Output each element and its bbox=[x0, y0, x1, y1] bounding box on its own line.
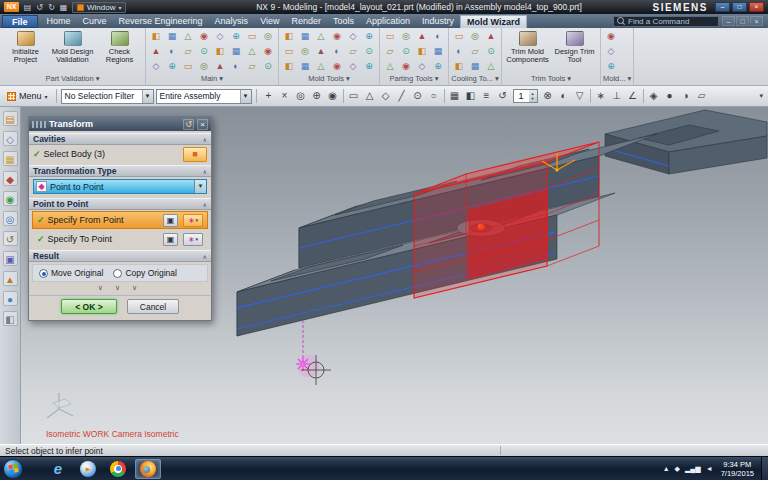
doc-restore-icon[interactable]: □ bbox=[736, 16, 749, 26]
ribbon-icon[interactable]: ◧ bbox=[451, 59, 467, 73]
stepper-arrows[interactable]: ▲ ▼ bbox=[529, 90, 537, 102]
ribbon-icon[interactable]: ◧ bbox=[148, 29, 164, 43]
ribbon-icon[interactable]: ◎ bbox=[196, 59, 212, 73]
point-dialog-button[interactable]: ▣ bbox=[163, 233, 178, 246]
toolbar-icon[interactable]: ⊙ bbox=[410, 88, 426, 104]
menu-file-button[interactable]: File bbox=[2, 15, 38, 28]
volume-icon[interactable]: ◄ bbox=[706, 464, 713, 474]
ribbon-icon[interactable]: ◐ bbox=[164, 44, 180, 58]
network-icon[interactable]: ▂▄▆ bbox=[685, 464, 701, 474]
minimize-icon[interactable]: – bbox=[715, 2, 730, 12]
ribbon-icon[interactable]: ▭ bbox=[180, 59, 196, 73]
ribbon-icon[interactable]: ▲ bbox=[212, 59, 228, 73]
ok-button[interactable]: < OK > bbox=[61, 299, 117, 314]
chevron-down-icon[interactable]: ▼ bbox=[529, 96, 537, 101]
ribbon-icon[interactable]: ⊕ bbox=[603, 59, 619, 73]
media-player-button[interactable]: ▶ bbox=[75, 459, 101, 479]
toolbar-icon[interactable]: △ bbox=[362, 88, 378, 104]
ribbon-group-label[interactable]: Parting Tools ▾ bbox=[382, 73, 446, 85]
toolbar-icon[interactable]: ◎ bbox=[293, 88, 309, 104]
taskbar-clock[interactable]: 9:34 PM 7/19/2015 bbox=[721, 460, 754, 478]
ribbon-icon[interactable]: △ bbox=[483, 59, 499, 73]
ribbon-icon[interactable]: △ bbox=[180, 29, 196, 43]
menu-tab-home[interactable]: Home bbox=[41, 15, 77, 28]
part-navigator-icon[interactable]: ▦ bbox=[3, 151, 18, 166]
ribbon-icon[interactable]: ▦ bbox=[467, 59, 483, 73]
selection-filter-dropdown[interactable]: No Selection Filter ▼ bbox=[61, 89, 154, 104]
toolbar-icon[interactable]: ◧ bbox=[463, 88, 479, 104]
ribbon-icon[interactable]: △ bbox=[244, 44, 260, 58]
toolbar-icon[interactable]: ◑ bbox=[678, 88, 694, 104]
ribbon-icon[interactable]: ◎ bbox=[467, 29, 483, 43]
constraint-navigator-icon[interactable]: ◇ bbox=[3, 131, 18, 146]
ribbon-icon[interactable]: ▭ bbox=[451, 29, 467, 43]
toolbar-icon[interactable]: ▽ bbox=[572, 88, 588, 104]
dialog-reset-icon[interactable]: ↺ bbox=[183, 119, 194, 130]
ribbon-icon[interactable]: △ bbox=[382, 59, 398, 73]
ribbon-icon[interactable]: ◐ bbox=[329, 44, 345, 58]
toolbar-icon[interactable]: ⊗ bbox=[540, 88, 556, 104]
ribbon-icon[interactable]: ▲ bbox=[313, 44, 329, 58]
dialog-more-options-expander[interactable]: ∨ ∨ ∨ bbox=[29, 282, 211, 294]
start-button[interactable] bbox=[3, 459, 23, 479]
ribbon-icon[interactable]: ▭ bbox=[281, 44, 297, 58]
selection-scope-dropdown[interactable]: Entire Assembly ▼ bbox=[156, 89, 252, 104]
dialog-close-icon[interactable]: × bbox=[197, 119, 208, 130]
ribbon-icon[interactable]: ⊙ bbox=[361, 44, 377, 58]
toolbar-icon[interactable]: ∗ bbox=[593, 88, 609, 104]
ribbon-icon[interactable]: ▦ bbox=[164, 29, 180, 43]
move-original-radio[interactable]: Move Original bbox=[39, 268, 103, 278]
toolbar-icon[interactable]: × bbox=[277, 88, 293, 104]
toolbar-icon[interactable]: ● bbox=[662, 88, 678, 104]
menu-tab-mold-wizard[interactable]: Mold Wizard bbox=[460, 15, 527, 28]
save-icon[interactable]: ▤ bbox=[22, 3, 33, 12]
ribbon-icon[interactable]: △ bbox=[313, 59, 329, 73]
ribbon-icon[interactable]: ▱ bbox=[345, 44, 361, 58]
ribbon-group-label[interactable]: Mold Tools ▾ bbox=[281, 73, 377, 85]
section-transformation-type[interactable]: Transformation Type ∧ bbox=[29, 165, 211, 177]
section-cavities[interactable]: Cavities ∧ bbox=[29, 133, 211, 145]
ribbon-icon[interactable]: ◇ bbox=[603, 44, 619, 58]
ribbon-group-label[interactable]: Part Validation ▾ bbox=[2, 73, 143, 85]
firefox-button[interactable] bbox=[135, 459, 161, 479]
menu-tab-tools[interactable]: Tools bbox=[327, 15, 360, 28]
toolbar-icon[interactable]: ▦ bbox=[447, 88, 463, 104]
toolbar-icon[interactable]: ○ bbox=[426, 88, 442, 104]
process-studio-icon[interactable]: ▣ bbox=[3, 251, 18, 266]
menu-tab-render[interactable]: Render bbox=[285, 15, 327, 28]
ribbon-icon[interactable]: ◎ bbox=[297, 44, 313, 58]
transformation-type-dropdown[interactable]: ◆ Point to Point ▼ bbox=[33, 179, 207, 194]
ribbon-icon[interactable]: ⊕ bbox=[361, 29, 377, 43]
ribbon-icon[interactable]: ◇ bbox=[148, 59, 164, 73]
menu-tab-application[interactable]: Application bbox=[360, 15, 416, 28]
ribbon-icon[interactable]: ⊙ bbox=[398, 44, 414, 58]
toolbar-icon[interactable]: ▭ bbox=[346, 88, 362, 104]
ribbon-icon[interactable]: ◇ bbox=[212, 29, 228, 43]
redo-icon[interactable]: ↻ bbox=[46, 3, 57, 12]
ribbon-icon[interactable]: ◉ bbox=[603, 29, 619, 43]
cancel-button[interactable]: Cancel bbox=[127, 299, 179, 314]
ribbon-icon[interactable]: ▱ bbox=[382, 44, 398, 58]
ribbon-group-label[interactable]: Cooling To... ▾ bbox=[451, 73, 499, 85]
section-result[interactable]: Result ∧ bbox=[29, 250, 211, 262]
toolbar-icon[interactable]: ⊥ bbox=[609, 88, 625, 104]
system-materials-icon[interactable]: ◧ bbox=[3, 311, 18, 326]
ribbon-icon[interactable]: ◉ bbox=[329, 29, 345, 43]
ribbon-icon[interactable]: ◇ bbox=[345, 59, 361, 73]
point-dialog-button[interactable]: ▣ bbox=[163, 214, 178, 227]
roles-icon[interactable]: ● bbox=[3, 291, 18, 306]
ribbon-icon[interactable]: ◎ bbox=[260, 29, 276, 43]
ribbon-icon[interactable]: ▦ bbox=[228, 44, 244, 58]
transform-dialog-titlebar[interactable]: Transform ↺ × bbox=[29, 117, 211, 131]
inferred-point-button[interactable]: ∗ ▾ bbox=[183, 233, 203, 246]
maximize-icon[interactable]: □ bbox=[732, 2, 747, 12]
ribbon-icon[interactable]: ◎ bbox=[398, 29, 414, 43]
toolbar-icon[interactable]: ⊕ bbox=[309, 88, 325, 104]
toolbar-icon[interactable]: ◇ bbox=[378, 88, 394, 104]
ribbon-icon[interactable]: ▱ bbox=[467, 44, 483, 58]
ribbon-icon[interactable]: ⊕ bbox=[361, 59, 377, 73]
specify-from-point-row[interactable]: ✓ Specify From Point ▣ ∗ ▾ bbox=[32, 211, 208, 229]
ribbon-group-label[interactable]: Main ▾ bbox=[148, 73, 276, 85]
snap-angle-stepper[interactable]: 1 ▲ ▼ bbox=[513, 89, 538, 103]
ribbon-group-label[interactable]: Mold... ▾ bbox=[603, 73, 631, 85]
